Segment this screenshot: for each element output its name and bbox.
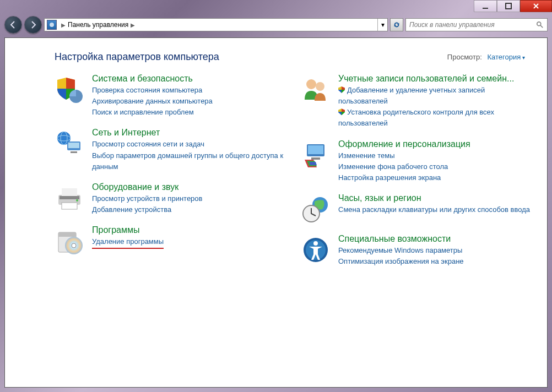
refresh-button[interactable] — [390, 18, 403, 31]
search-field[interactable] — [409, 21, 536, 29]
category-appearance: Оформление и персонализация Изменение те… — [301, 139, 536, 183]
printer-icon — [55, 183, 84, 213]
category-columns: Система и безопасность Проверка состояни… — [5, 74, 547, 299]
svg-point-2 — [537, 22, 541, 26]
category-user-accounts: Учетные записи пользователей и семейн...… — [301, 74, 536, 129]
category-link[interactable]: Выбор параметров домашней группы и общег… — [92, 150, 290, 172]
search-input[interactable] — [405, 18, 548, 31]
category-title[interactable]: Оборудование и звук — [92, 182, 290, 192]
svg-point-18 — [72, 243, 76, 248]
svg-rect-23 — [311, 157, 320, 160]
view-by-label: Просмотр: — [447, 53, 482, 61]
category-link[interactable]: Добавление и удаление учетных записей по… — [338, 85, 536, 107]
category-link[interactable]: Добавление устройства — [92, 204, 290, 215]
chevron-right-icon: ▶ — [131, 22, 135, 28]
category-link[interactable]: Оптимизация изображения на экране — [338, 256, 536, 267]
right-column: Учетные записи пользователей и семейн...… — [301, 74, 536, 277]
category-clock-language: Часы, язык и регион Смена раскладки клав… — [301, 193, 536, 224]
clock-globe-icon — [301, 194, 331, 224]
breadcrumb[interactable]: ▶ Панель управления ▶ ▾ — [44, 18, 388, 31]
programs-disc-icon — [55, 226, 84, 256]
svg-point-14 — [76, 199, 78, 202]
category-link[interactable]: Проверка состояния компьютера — [92, 85, 290, 96]
svg-rect-16 — [58, 232, 76, 237]
category-accessibility: Специальные возможности Рекомендуемые Wi… — [301, 234, 536, 267]
svg-rect-12 — [62, 203, 77, 209]
category-network-internet: Сеть и Интернет Просмотр состояния сети … — [55, 128, 290, 172]
svg-rect-11 — [62, 188, 77, 196]
close-button[interactable] — [520, 0, 552, 12]
svg-rect-13 — [59, 196, 79, 199]
back-button[interactable] — [4, 16, 22, 34]
category-title[interactable]: Учетные записи пользователей и семейн... — [338, 74, 536, 84]
breadcrumb-label[interactable]: Панель управления — [68, 21, 128, 29]
category-link-uninstall[interactable]: Удаление программы — [92, 236, 290, 249]
minimize-button[interactable] — [474, 0, 497, 12]
search-icon — [536, 21, 544, 29]
category-link[interactable]: Поиск и исправление проблем — [92, 107, 290, 118]
category-title[interactable]: Специальные возможности — [338, 234, 536, 244]
content-header: Настройка параметров компьютера Просмотр… — [5, 38, 547, 74]
category-link[interactable]: Рекомендуемые Windows параметры — [338, 245, 536, 256]
window-controls — [474, 0, 552, 15]
category-link[interactable]: Изменение темы — [338, 150, 536, 161]
category-hardware-sound: Оборудование и звук Просмотр устройств и… — [55, 182, 290, 215]
category-link[interactable]: Смена раскладки клавиатуры или других сп… — [338, 204, 536, 215]
view-by-dropdown[interactable]: Категория — [487, 53, 525, 61]
control-panel-icon — [47, 20, 57, 30]
category-link[interactable]: Установка родительского контроля для все… — [338, 107, 536, 129]
globe-network-icon — [55, 129, 84, 159]
category-title[interactable]: Программы — [92, 225, 290, 235]
category-link[interactable]: Изменение фона рабочего стола — [338, 161, 536, 172]
shield-icon — [55, 75, 84, 105]
users-icon — [301, 75, 331, 105]
svg-rect-9 — [71, 151, 77, 153]
forward-button[interactable] — [24, 16, 42, 34]
svg-rect-8 — [68, 143, 79, 148]
svg-rect-0 — [483, 8, 488, 9]
svg-rect-1 — [506, 3, 511, 9]
page-title: Настройка параметров компьютера — [55, 51, 219, 63]
content-area: Настройка параметров компьютера Просмотр… — [4, 37, 548, 388]
category-title[interactable]: Часы, язык и регион — [338, 193, 536, 203]
navigation-bar: ▶ Панель управления ▶ ▾ — [4, 15, 548, 34]
category-programs: Программы Удаление программы — [55, 225, 290, 256]
svg-rect-22 — [308, 145, 323, 154]
breadcrumb-dropdown[interactable]: ▾ — [377, 19, 387, 31]
svg-point-20 — [316, 82, 324, 91]
category-system-security: Система и безопасность Проверка состояни… — [55, 74, 290, 118]
category-title[interactable]: Сеть и Интернет — [92, 128, 290, 138]
appearance-icon — [301, 140, 331, 170]
category-link[interactable]: Архивирование данных компьютера — [92, 96, 290, 107]
svg-point-28 — [313, 241, 318, 246]
category-link[interactable]: Просмотр устройств и принтеров — [92, 193, 290, 204]
maximize-button[interactable] — [497, 0, 520, 12]
view-by: Просмотр: Категория — [447, 53, 525, 61]
category-link[interactable]: Настройка разрешения экрана — [338, 172, 536, 183]
svg-point-19 — [306, 79, 316, 89]
category-title[interactable]: Оформление и персонализация — [338, 139, 536, 149]
chevron-right-icon: ▶ — [61, 22, 66, 28]
left-column: Система и безопасность Проверка состояни… — [55, 74, 290, 277]
category-link[interactable]: Просмотр состояния сети и задач — [92, 139, 290, 150]
accessibility-icon — [301, 235, 331, 265]
category-title[interactable]: Система и безопасность — [92, 74, 290, 84]
